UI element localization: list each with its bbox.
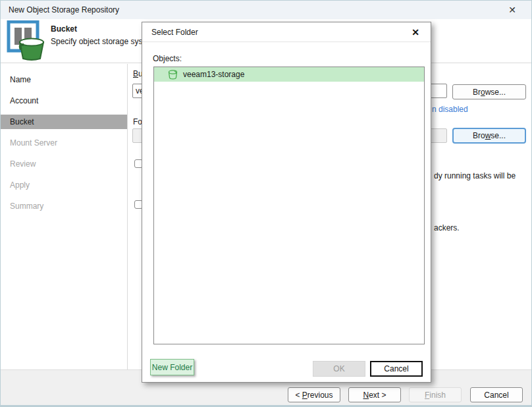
tasks-text-fragment: dy running tasks will be [434,171,516,180]
objects-label: Objects: [153,54,182,63]
dialog-cancel-button[interactable]: Cancel [370,361,423,377]
dialog-title-bar: Select Folder ✕ [142,22,431,42]
list-item-label: veeam13-storage [183,70,244,79]
sidebar-item-account[interactable]: Account [1,90,127,111]
attackers-text-fragment: ackers. [434,223,460,232]
sidebar-item-review: Review [1,153,127,175]
window-title: New Object Storage Repository [9,5,119,14]
cancel-button[interactable]: Cancel [470,387,523,402]
new-folder-button[interactable]: New Folder [150,359,194,375]
objects-listbox[interactable]: veeam13-storage [153,67,425,344]
step-subtitle: Specify object storage system [51,37,155,46]
dialog-close-icon[interactable]: ✕ [408,22,423,42]
select-folder-dialog: Select Folder ✕ Objects: veeam13-storage… [142,22,431,383]
versioning-link[interactable]: n disabled [432,105,468,114]
next-button[interactable]: Next > [348,387,401,402]
ok-button: OK [313,361,365,377]
dialog-title: Select Folder [151,28,198,37]
sidebar-item-mount-server: Mount Server [1,132,127,153]
title-bar: New Object Storage Repository ✕ [1,1,531,19]
bucket-storage-icon [7,20,46,63]
sidebar-item-apply: Apply [1,175,127,196]
sidebar-item-summary: Summary [1,196,127,217]
finish-button: Finish [409,387,462,402]
window-close-icon[interactable]: ✕ [502,1,522,19]
browse-folder-button[interactable]: Browse... [452,128,526,144]
browse-bucket-button[interactable]: Browse... [452,84,526,99]
step-title: Bucket [51,24,77,34]
bucket-outline-icon [167,69,178,80]
list-item-bucket[interactable]: veeam13-storage [154,67,424,82]
previous-button[interactable]: < Previous [288,387,340,402]
wizard-steps-sidebar: Name Account Bucket Mount Server Review … [1,64,128,369]
sidebar-item-bucket[interactable]: Bucket [1,115,127,129]
wizard-window: New Object Storage Repository ✕ Bucket S… [0,0,532,407]
sidebar-item-name[interactable]: Name [1,69,127,90]
